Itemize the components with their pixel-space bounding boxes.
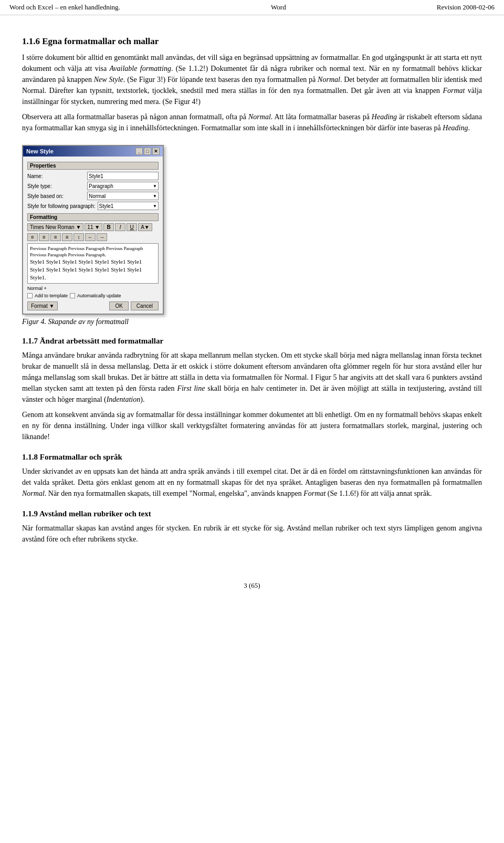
style-based-arrow: ▼ [153, 194, 157, 199]
page-number: 3 (65) [244, 581, 260, 589]
section-117-para1: Många användare brukar använda radbrytni… [22, 350, 482, 405]
align-right-btn[interactable]: ≡ [50, 233, 61, 241]
dialog-action-buttons: Format ▼ OK Cancel [27, 301, 159, 310]
style-type-input[interactable]: Paragraph ▼ [87, 182, 159, 190]
header-center: Word [271, 3, 286, 12]
line-spacing-btn[interactable]: ↕ [74, 233, 84, 241]
align-center-btn[interactable]: ≡ [39, 233, 49, 241]
ok-button[interactable]: OK [109, 301, 128, 310]
section-117-para2: Genom att konsekvent använda sig av form… [22, 409, 482, 442]
style-following-arrow: ▼ [153, 204, 157, 209]
page-header: Word och Excel – en enkel handledning. W… [0, 0, 504, 15]
name-row: Name: Style1 [27, 172, 159, 180]
formatting-label: Formatting [27, 213, 159, 221]
preview-text: Previous Paragraph Previous Paragraph Pr… [30, 246, 156, 281]
format-button[interactable]: Format ▼ [27, 301, 58, 310]
style-following-input[interactable]: Style1 ▼ [98, 202, 159, 210]
figure-4-container: New Style _ □ ✕ Properties Name: Style1 … [22, 145, 482, 326]
add-to-template-checkbox[interactable] [27, 293, 33, 298]
formatting-section: Formatting Times New Roman ▼ 11 ▼ B I U … [27, 213, 159, 291]
auto-update-checkbox[interactable] [70, 293, 75, 298]
style-type-arrow: ▼ [153, 184, 157, 189]
add-to-template-label: Add to template [35, 293, 68, 298]
align-left-btn[interactable]: ≡ [27, 233, 38, 241]
style-type-row: Style type: Paragraph ▼ [27, 182, 159, 190]
bold-btn[interactable]: B [103, 223, 114, 231]
style-following-row: Style for following paragraph: Style1 ▼ [27, 202, 159, 210]
style-following-label: Style for following paragraph: [27, 203, 96, 209]
size-dropdown[interactable]: 11 ▼ [85, 223, 102, 231]
page-content: 1.1.6 Egna formatmallar och mallar I stö… [0, 15, 504, 565]
dialog-close-btn[interactable]: ✕ [152, 148, 160, 155]
name-label: Name: [27, 173, 85, 179]
style-based-label: Style based on: [27, 193, 85, 199]
cancel-button[interactable]: Cancel [131, 301, 159, 310]
style-preview: Previous Paragraph Previous Paragraph Pr… [27, 243, 159, 284]
figure-4-caption: Figur 4. Skapande av ny formatmall [22, 318, 129, 326]
paragraph-toolbar: ≡ ≡ ≡ ≡ ↕ ← → [27, 233, 159, 241]
page-footer: 3 (65) [0, 575, 504, 596]
section-116-para1: I större dokument bör alltid en genomtän… [22, 52, 482, 107]
dialog-body: Properties Name: Style1 Style type: Para… [23, 157, 163, 314]
add-to-template-row: Add to template Automatically update [27, 293, 159, 298]
font-color-btn[interactable]: A▼ [138, 223, 152, 231]
section-119-title: 1.1.9 Avstånd mellan rubriker och text [22, 509, 482, 518]
auto-update-label: Automatically update [77, 293, 121, 298]
align-justify-btn[interactable]: ≡ [62, 233, 72, 241]
style-based-name: Normal + [27, 286, 159, 291]
style-type-label: Style type: [27, 183, 85, 189]
new-style-dialog: New Style _ □ ✕ Properties Name: Style1 … [22, 145, 164, 315]
section-118-para1: Under skrivandet av en uppsats kan det h… [22, 466, 482, 499]
section-116-para2: Observera att alla formatmallar baseras … [22, 111, 482, 133]
section-117-title: 1.1.7 Ändrat arbetssätt med formatmallar [22, 337, 482, 346]
font-dropdown[interactable]: Times New Roman ▼ [27, 223, 83, 231]
name-input[interactable]: Style1 [87, 172, 159, 180]
indent-increase-btn[interactable]: → [97, 233, 107, 241]
header-right: Revision 2008-02-06 [437, 3, 495, 12]
style-based-row: Style based on: Normal ▼ [27, 192, 159, 200]
dialog-maximize-btn[interactable]: □ [144, 148, 151, 155]
dialog-minimize-btn[interactable]: _ [135, 148, 143, 155]
formatting-toolbar: Times New Roman ▼ 11 ▼ B I U A▼ [27, 223, 159, 231]
section-118-title: 1.1.8 Formatmallar och språk [22, 453, 482, 462]
dialog-title: New Style [26, 148, 54, 154]
section-119-para1: När formatmallar skapas kan avstånd ange… [22, 523, 482, 545]
indent-decrease-btn[interactable]: ← [85, 233, 96, 241]
header-left: Word och Excel – en enkel handledning. [9, 3, 120, 12]
italic-btn[interactable]: I [115, 223, 125, 231]
dialog-titlebar-buttons: _ □ ✕ [135, 148, 160, 155]
properties-label: Properties [27, 162, 159, 170]
dialog-titlebar: New Style _ □ ✕ [23, 146, 163, 157]
style-based-input[interactable]: Normal ▼ [87, 192, 159, 200]
underline-btn[interactable]: U [127, 223, 137, 231]
section-116-title: 1.1.6 Egna formatmallar och mallar [22, 36, 482, 47]
